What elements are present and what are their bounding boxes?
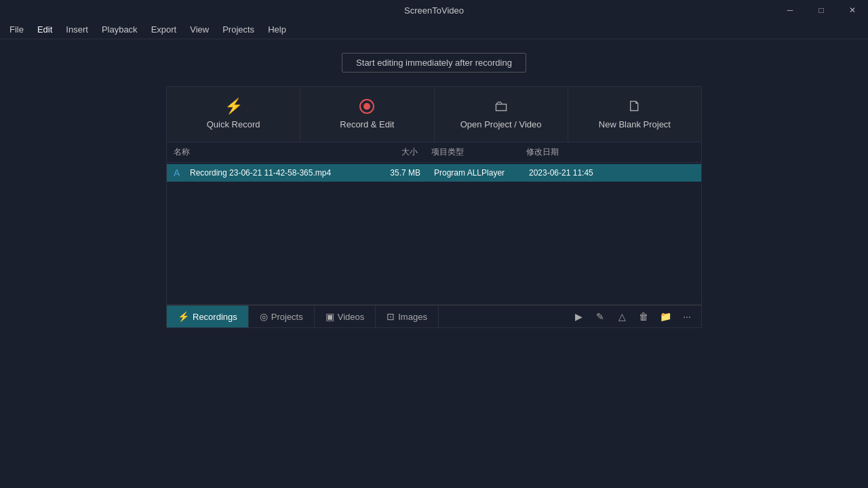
- menu-item-help[interactable]: Help: [261, 22, 293, 37]
- file-type-icon: A: [174, 167, 186, 178]
- projects-tab-label: Projects: [271, 312, 303, 322]
- new-blank-label: New Blank Project: [599, 119, 671, 129]
- menu-bar: FileEditInsertPlaybackExportViewProjects…: [0, 20, 868, 39]
- title-bar: ScreenToVideo ─ □ ✕: [0, 0, 868, 20]
- file-size: 35.7 MB: [366, 168, 420, 178]
- main-content: Start editing immediately after recordin…: [0, 39, 868, 342]
- col-header-name: 名称: [174, 146, 363, 158]
- menu-item-projects[interactable]: Projects: [216, 22, 261, 37]
- open-project-icon: 🗀: [494, 99, 509, 114]
- tab-images[interactable]: ⊡Images: [376, 306, 439, 327]
- action-card-quick-record[interactable]: ⚡Quick Record: [167, 87, 300, 142]
- menu-item-insert[interactable]: Insert: [59, 22, 95, 37]
- quick-record-icon: ⚡: [224, 99, 243, 114]
- col-header-size: 大小: [363, 146, 418, 158]
- recordings-tab-label: Recordings: [193, 312, 237, 322]
- action-card-open-project[interactable]: 🗀Open Project / Video: [435, 87, 568, 142]
- delete-button[interactable]: 🗑: [633, 307, 654, 326]
- menu-item-playback[interactable]: Playback: [95, 22, 144, 37]
- file-browser: 名称 大小 项目类型 修改日期 A Recording 23-06-21 11-…: [166, 142, 702, 305]
- tab-recordings[interactable]: ⚡Recordings: [167, 306, 249, 327]
- record-edit-icon: [359, 99, 374, 114]
- edit-button[interactable]: ✎: [590, 307, 610, 326]
- open-folder-button[interactable]: 📁: [655, 307, 675, 326]
- toggle-edit-button[interactable]: Start editing immediately after recordin…: [342, 53, 526, 73]
- play-button[interactable]: ▶: [568, 307, 589, 326]
- app-title: ScreenToVideo: [404, 5, 464, 16]
- tab-videos[interactable]: ▣Videos: [315, 306, 376, 327]
- bottom-tab-bar: ⚡Recordings◎Projects▣Videos⊡Images ▶✎△🗑📁…: [166, 305, 702, 328]
- action-card-record-edit[interactable]: Record & Edit: [300, 87, 434, 142]
- menu-item-file[interactable]: File: [3, 22, 31, 37]
- action-card-new-blank[interactable]: 🗋New Blank Project: [568, 87, 701, 142]
- file-type: Program ALLPlayer: [420, 168, 515, 178]
- quick-record-label: Quick Record: [207, 119, 260, 129]
- close-button[interactable]: ✕: [837, 0, 868, 20]
- bottom-actions: ▶✎△🗑📁···: [568, 307, 701, 326]
- projects-tab-icon: ◎: [260, 311, 268, 322]
- col-header-date: 修改日期: [513, 146, 694, 158]
- file-date: 2023-06-21 11:45: [515, 168, 694, 178]
- maximize-button[interactable]: □: [806, 0, 837, 20]
- images-tab-label: Images: [398, 312, 427, 322]
- menu-item-export[interactable]: Export: [144, 22, 184, 37]
- minimize-button[interactable]: ─: [774, 0, 806, 20]
- table-row[interactable]: A Recording 23-06-21 11-42-58-365.mp4 35…: [167, 164, 701, 182]
- open-project-label: Open Project / Video: [460, 119, 542, 129]
- videos-tab-icon: ▣: [326, 311, 334, 322]
- window-controls: ─ □ ✕: [774, 0, 868, 20]
- upload-button[interactable]: △: [612, 307, 632, 326]
- browser-wrapper: 名称 大小 项目类型 修改日期 A Recording 23-06-21 11-…: [166, 142, 702, 328]
- images-tab-icon: ⊡: [387, 311, 395, 322]
- file-name: Recording 23-06-21 11-42-58-365.mp4: [190, 168, 366, 178]
- action-cards: ⚡Quick RecordRecord & Edit🗀Open Project …: [166, 86, 702, 142]
- file-list: A Recording 23-06-21 11-42-58-365.mp4 35…: [167, 163, 701, 183]
- new-blank-icon: 🗋: [627, 99, 642, 114]
- menu-item-edit[interactable]: Edit: [31, 22, 59, 37]
- menu-item-view[interactable]: View: [183, 22, 216, 37]
- recordings-tab-icon: ⚡: [178, 311, 189, 322]
- file-table-header: 名称 大小 项目类型 修改日期: [167, 142, 701, 163]
- record-edit-label: Record & Edit: [340, 119, 394, 129]
- more-button[interactable]: ···: [677, 307, 697, 326]
- tab-projects[interactable]: ◎Projects: [249, 306, 315, 327]
- col-header-type: 项目类型: [418, 146, 513, 158]
- videos-tab-label: Videos: [338, 312, 365, 322]
